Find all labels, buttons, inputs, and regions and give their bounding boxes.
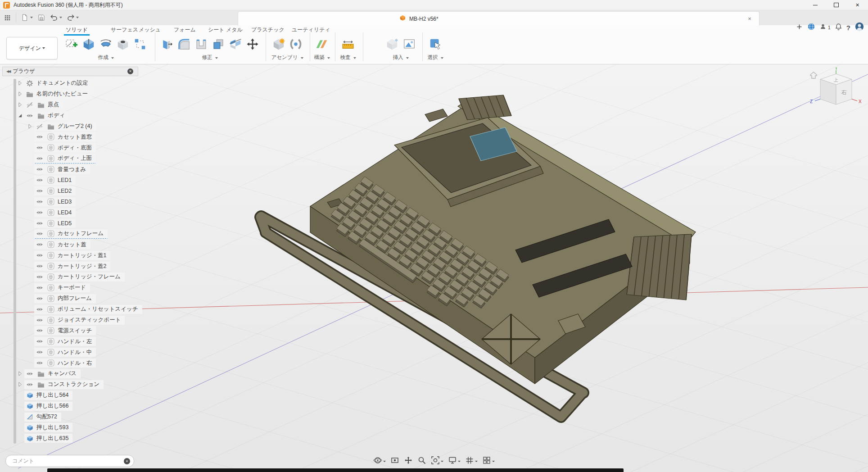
- visibility-eye-icon[interactable]: [25, 381, 34, 388]
- tree-row[interactable]: ハンドル・左: [0, 336, 149, 347]
- app-grid-button[interactable]: [2, 11, 13, 24]
- collaboration-button[interactable]: 1: [819, 23, 831, 32]
- tree-row[interactable]: キャンバス: [0, 368, 149, 379]
- close-button[interactable]: ×: [847, 0, 868, 10]
- tree-row[interactable]: LED3: [0, 196, 149, 207]
- construction-plane-button[interactable]: [313, 36, 330, 52]
- ribbon-tab-[interactable]: プラスチック: [251, 26, 285, 34]
- tree-row[interactable]: LED2: [0, 186, 149, 196]
- expand-arrow-icon[interactable]: [15, 370, 24, 377]
- expand-arrow-icon[interactable]: [15, 80, 24, 87]
- revolve-button[interactable]: [97, 36, 114, 52]
- visibility-eye-icon[interactable]: [35, 198, 44, 205]
- expand-arrow-icon[interactable]: [15, 101, 24, 109]
- expand-arrow-icon[interactable]: [15, 381, 24, 388]
- insert-derive-button[interactable]: [384, 36, 401, 52]
- visibility-eye-icon[interactable]: [35, 273, 44, 281]
- visibility-eye-icon[interactable]: [35, 306, 44, 313]
- press-pull-button[interactable]: [158, 36, 176, 52]
- tree-row[interactable]: LED1: [0, 175, 149, 186]
- pan-button[interactable]: [403, 455, 414, 467]
- zoom-button[interactable]: [416, 455, 427, 467]
- tree-row[interactable]: ハンドル・中: [0, 347, 149, 358]
- hole-button[interactable]: [114, 36, 131, 52]
- look-at-button[interactable]: [389, 455, 400, 467]
- visibility-eye-icon[interactable]: [35, 317, 44, 324]
- tree-row[interactable]: カートリッジ・フレーム: [0, 272, 149, 282]
- viewports-button[interactable]: [481, 455, 496, 467]
- tree-row[interactable]: ドキュメントの設定: [0, 78, 149, 89]
- collapse-panel-icon[interactable]: ◀◀: [6, 69, 10, 73]
- visibility-eye-icon[interactable]: [35, 133, 44, 141]
- maximize-button[interactable]: [826, 0, 847, 10]
- visibility-eye-icon[interactable]: [35, 327, 44, 334]
- orbit-button[interactable]: [372, 455, 387, 467]
- tree-row[interactable]: カートリッジ・蓋1: [0, 250, 149, 261]
- ribbon-tab-[interactable]: メッシュ: [139, 26, 161, 34]
- visibility-eye-icon[interactable]: [35, 187, 44, 195]
- ribbon-tab-active[interactable]: ソリッド: [66, 26, 88, 34]
- ribbon-group-dropdown[interactable]: 選択: [427, 54, 444, 61]
- help-button[interactable]: ?: [846, 24, 850, 32]
- select-button[interactable]: [427, 36, 444, 52]
- new-component-button[interactable]: [270, 36, 287, 52]
- pattern-button[interactable]: [131, 36, 149, 52]
- tree-row[interactable]: ボディ・底面: [0, 142, 149, 153]
- home-view-icon[interactable]: [810, 72, 817, 78]
- tree-row[interactable]: コンストラクション: [0, 379, 149, 390]
- tree-row[interactable]: 音量つまみ: [0, 164, 149, 175]
- ribbon-tab-[interactable]: ユーティリティ: [292, 26, 330, 34]
- timeline-bar[interactable]: [47, 468, 624, 472]
- visibility-eye-icon[interactable]: [35, 284, 44, 291]
- comment-input[interactable]: コメント ×: [5, 455, 134, 467]
- visibility-eye-icon[interactable]: [35, 252, 44, 259]
- expand-arrow-icon[interactable]: [15, 112, 24, 119]
- tree-row[interactable]: LED4: [0, 207, 149, 218]
- ribbon-tab-[interactable]: シート メタル: [208, 26, 243, 34]
- document-tab[interactable]: MB-H2 v56* ×: [238, 11, 760, 26]
- undo-button[interactable]: [48, 11, 64, 24]
- visibility-eye-icon[interactable]: [35, 349, 44, 356]
- redo-button[interactable]: [65, 11, 81, 24]
- ribbon-group-dropdown[interactable]: 検査: [339, 54, 357, 61]
- tree-row[interactable]: 押し出し593: [0, 422, 149, 433]
- visibility-eye-icon[interactable]: [35, 177, 44, 184]
- tree-row[interactable]: キーボード: [0, 282, 149, 293]
- insert-canvas-button[interactable]: [401, 36, 418, 52]
- visibility-eye-icon[interactable]: [35, 209, 44, 216]
- visibility-eye-icon[interactable]: [35, 230, 44, 237]
- fit-button[interactable]: [430, 455, 444, 467]
- tree-row[interactable]: 勾配572: [0, 412, 149, 422]
- tree-row[interactable]: 押し出し635: [0, 433, 149, 444]
- visibility-eye-icon[interactable]: [35, 123, 44, 130]
- visibility-eye-icon[interactable]: [35, 359, 44, 367]
- tree-row[interactable]: 押し出し564: [0, 390, 149, 401]
- extensions-button[interactable]: [796, 23, 803, 32]
- joint-button[interactable]: [287, 36, 304, 52]
- extrude-button[interactable]: [80, 36, 97, 52]
- move-button[interactable]: [244, 36, 261, 52]
- user-avatar[interactable]: [854, 22, 864, 33]
- tree-row[interactable]: LED5: [0, 218, 149, 229]
- browser-close-icon[interactable]: ×: [127, 68, 133, 74]
- visibility-eye-icon[interactable]: [25, 370, 34, 377]
- tree-row[interactable]: 電源スイッチ: [0, 325, 149, 336]
- tree-row[interactable]: 内部フレーム: [0, 293, 149, 304]
- combine-button[interactable]: [210, 36, 227, 52]
- tree-row[interactable]: ハンドル・右: [0, 358, 149, 368]
- tree-row[interactable]: ボディ: [0, 110, 149, 121]
- ribbon-tab-[interactable]: サーフェス: [111, 26, 138, 34]
- notifications-button[interactable]: [835, 23, 842, 32]
- tree-row[interactable]: カセットフレーム: [0, 228, 149, 239]
- ribbon-group-dropdown[interactable]: アセンブリ: [270, 54, 304, 61]
- minimize-button[interactable]: [805, 0, 826, 10]
- tree-row[interactable]: カセット蓋窓: [0, 132, 149, 142]
- visibility-eye-icon[interactable]: [35, 144, 44, 151]
- measure-button[interactable]: [339, 36, 357, 52]
- tree-row[interactable]: ジョイスティックポート: [0, 315, 149, 326]
- viewport-3d[interactable]: ◀◀ ブラウザ × ドキュメントの設定名前の付いたビュー原点ボディグループ2 (…: [0, 64, 868, 472]
- browser-panel-header[interactable]: ◀◀ ブラウザ ×: [2, 67, 138, 76]
- visibility-eye-icon[interactable]: [35, 263, 44, 270]
- visibility-eye-icon[interactable]: [35, 295, 44, 302]
- tree-row[interactable]: ボディ・上面: [0, 153, 149, 164]
